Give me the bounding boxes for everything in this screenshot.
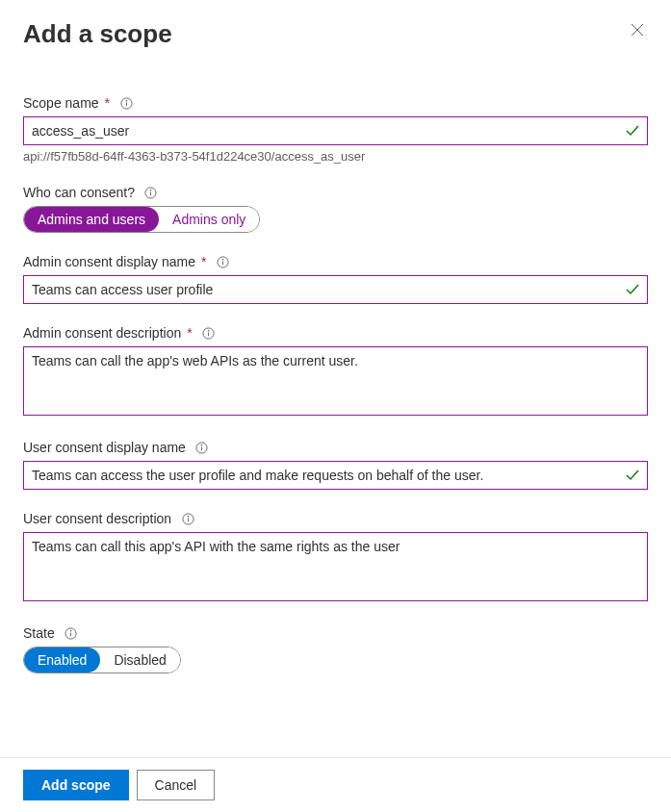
svg-point-10 [222,259,223,260]
panel-footer: Add scope Cancel [0,757,671,812]
consent-label: Who can consent? [23,185,135,200]
state-toggle: Enabled Disabled [23,647,181,673]
scope-name-hint: api://f57fb58d-64ff-4363-b373-54f1d224ce… [23,149,648,164]
info-icon[interactable] [216,255,229,268]
admin-desc-textarea[interactable]: Teams can call the app's web APIs as the… [23,346,648,416]
state-enabled[interactable]: Enabled [24,647,100,672]
close-button[interactable] [627,19,648,40]
panel-header: Add a scope [23,19,648,49]
user-display-input[interactable] [23,461,648,490]
required-indicator: * [187,325,192,341]
info-icon[interactable] [144,186,158,199]
close-icon [631,23,644,37]
cancel-button[interactable]: Cancel [137,770,216,800]
svg-point-7 [151,190,152,190]
scope-name-input[interactable] [23,116,648,145]
consent-admins-only[interactable]: Admins only [159,207,259,232]
required-indicator: * [105,95,110,111]
svg-point-13 [208,330,209,331]
consent-group: Who can consent? Admins and users Admins… [23,185,648,233]
state-group: State Enabled Disabled [23,625,648,673]
user-display-group: User consent display name [23,440,648,490]
check-icon [625,468,640,483]
consent-toggle: Admins and users Admins only [23,206,260,233]
info-icon[interactable] [195,441,209,454]
svg-point-4 [126,100,127,101]
info-icon[interactable] [65,626,78,640]
info-icon[interactable] [181,512,194,525]
check-icon [625,282,640,297]
svg-point-19 [188,516,189,517]
panel-title: Add a scope [23,19,172,49]
required-indicator: * [201,254,206,269]
consent-admins-users[interactable]: Admins and users [24,207,159,232]
admin-display-group: Admin consent display name * [23,254,648,304]
admin-display-label: Admin consent display name [23,254,195,269]
user-display-label: User consent display name [23,440,186,455]
user-desc-label: User consent description [23,511,171,526]
scope-name-label: Scope name [23,95,99,111]
svg-point-22 [70,630,71,631]
user-desc-group: User consent description Teams can call … [23,511,648,604]
svg-point-16 [201,444,202,445]
admin-desc-group: Admin consent description * Teams can ca… [23,325,648,419]
info-icon[interactable] [119,96,133,110]
admin-desc-label: Admin consent description [23,325,181,341]
state-label: State [23,625,55,641]
scope-name-group: Scope name * api://f57fb58d-64ff-4363-b3… [23,95,648,164]
admin-display-input[interactable] [23,275,648,304]
check-icon [625,123,640,139]
state-disabled[interactable]: Disabled [100,647,179,672]
user-desc-textarea[interactable]: Teams can call this app's API with the s… [23,532,648,601]
info-icon[interactable] [202,326,216,340]
add-scope-button[interactable]: Add scope [23,770,129,800]
